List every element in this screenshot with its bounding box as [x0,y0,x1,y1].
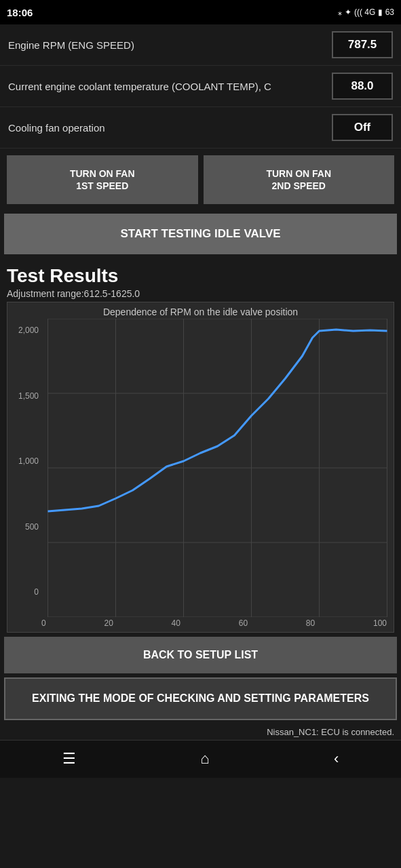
coolant-temp-row: Current engine coolant temperature (COOL… [0,66,401,107]
status-icons: ⁎ ✦ ((( 4G ▮ 63 [338,7,394,17]
cooling-fan-value: Off [332,114,393,141]
x-axis-labels: 0 20 40 60 80 100 [41,617,394,632]
adjustment-range: Adjustment range:612.5-1625.0 [7,288,394,299]
back-to-setup-list-button[interactable]: BACK TO SETUP LIST [4,637,397,673]
chart-container: Dependence of RPM on the idle valve posi… [7,302,394,633]
bluetooth-icon: ✦ [345,7,351,17]
test-results-title: Test Results [7,265,394,287]
chart-title: Dependence of RPM on the idle valve posi… [7,302,394,319]
x-label-40: 40 [172,618,180,628]
test-results-section: Test Results Adjustment range:612.5-1625… [0,261,401,633]
start-testing-idle-valve-button[interactable]: START TESTING IDLE VALVE [4,214,397,254]
x-label-20: 20 [104,618,113,628]
home-nav-button[interactable]: ⌂ [187,746,223,772]
x-label-80: 80 [306,618,315,628]
y-axis-labels: 2,000 1,500 1,000 500 0 [7,319,41,617]
chart-area: 2,000 1,500 1,000 500 0 [7,319,394,617]
y-label-1500: 1,500 [10,391,39,401]
x-label-60: 60 [239,618,248,628]
chart-svg-wrapper [41,319,394,617]
back-nav-button[interactable]: ‹ [320,746,352,772]
engine-rpm-value: 787.5 [332,31,393,58]
coolant-temp-label: Current engine coolant temperature (COOL… [8,81,332,92]
y-label-0: 0 [10,587,39,597]
wifi-icon: ⁎ [338,7,342,17]
menu-nav-button[interactable]: ☰ [49,746,90,772]
fan-buttons-row: TURN ON FAN1ST SPEED TURN ON FAN2ND SPEE… [0,149,401,211]
engine-rpm-label: Engine RPM (ENG SPEED) [8,39,332,51]
x-label-100: 100 [373,618,387,628]
status-time: 18:06 [7,7,33,18]
y-label-1000: 1,000 [10,456,39,466]
y-label-500: 500 [10,522,39,532]
exit-mode-button[interactable]: EXITING THE MODE OF CHECKING AND SETTING… [4,677,397,719]
chart-line [48,330,387,511]
turn-on-fan-2nd-button[interactable]: TURN ON FAN2ND SPEED [204,155,395,204]
engine-rpm-row: Engine RPM (ENG SPEED) 787.5 [0,24,401,66]
battery-icon: ▮ 63 [378,7,394,17]
cooling-fan-row: Cooling fan operation Off [0,107,401,149]
turn-on-fan-1st-button[interactable]: TURN ON FAN1ST SPEED [7,155,198,204]
x-label-0: 0 [41,618,46,628]
signal-icon: ((( 4G [354,7,375,17]
connection-status: Nissan_NC1: ECU is connected. [0,724,401,740]
chart-svg [41,319,394,617]
status-bar: 18:06 ⁎ ✦ ((( 4G ▮ 63 [0,0,401,24]
y-label-2000: 2,000 [10,326,39,335]
cooling-fan-label: Cooling fan operation [8,122,332,134]
coolant-temp-value: 88.0 [332,73,393,100]
nav-bar: ☰ ⌂ ‹ [0,740,401,778]
main-content: Engine RPM (ENG SPEED) 787.5 Current eng… [0,24,401,740]
